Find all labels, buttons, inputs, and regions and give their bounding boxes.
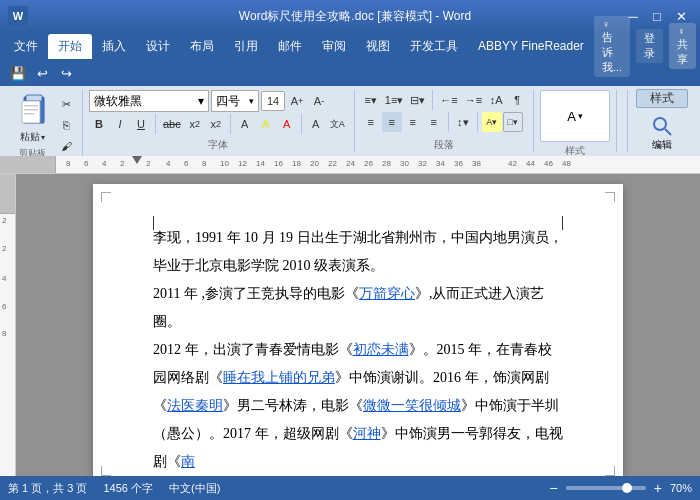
font-size-selector[interactable]: 四号 ▾ (211, 90, 259, 112)
styles-big-btn[interactable]: 样式 (636, 89, 688, 108)
justify-btn[interactable]: ≡ (424, 112, 444, 132)
undo-btn[interactable]: ↩ (32, 63, 52, 83)
font-color-btn[interactable]: A (277, 114, 297, 134)
document-content: 李现，1991 年 10 月 19 日出生于湖北省荆州市，中国内地男演员， 毕业… (153, 224, 563, 476)
svg-rect-3 (24, 105, 38, 107)
paragraph-1: 李现，1991 年 10 月 19 日出生于湖北省荆州市，中国内地男演员， (153, 224, 563, 252)
increase-indent-btn[interactable]: →≡ (462, 90, 485, 110)
underline-btn[interactable]: U (131, 114, 151, 134)
cursor-mark (153, 216, 154, 230)
language: 中文(中国) (169, 481, 220, 496)
font-grow-btn[interactable]: A+ (287, 91, 307, 111)
highlight-btn[interactable]: A (256, 114, 276, 134)
paste-label: 粘贴 (20, 130, 40, 144)
link-shuizai[interactable]: 睡在我上铺的兄弟 (223, 370, 335, 385)
strikethrough-btn[interactable]: abc (160, 114, 184, 134)
page-corner-br (605, 466, 615, 476)
menu-item-references[interactable]: 引用 (224, 34, 268, 59)
paragraph-2: 毕业于北京电影学院 2010 级表演系。 (153, 252, 563, 280)
edit-btn-label: 编辑 (652, 138, 672, 152)
show-hide-btn[interactable]: ¶ (507, 90, 527, 110)
document-page: 李现，1991 年 10 月 19 日出生于湖北省荆州市，中国内地男演员， 毕业… (93, 184, 623, 476)
save-btn[interactable]: 💾 (8, 63, 28, 83)
italic-btn[interactable]: I (110, 114, 130, 134)
status-left: 第 1 页，共 3 页 1456 个字 中文(中国) (8, 481, 220, 496)
svg-rect-5 (24, 113, 34, 115)
border-btn[interactable]: □▾ (503, 112, 523, 132)
superscript-btn[interactable]: x2 (206, 114, 226, 134)
bold-btn[interactable]: B (89, 114, 109, 134)
line-spacing-btn[interactable]: ↕▾ (453, 112, 473, 132)
zoom-slider[interactable] (566, 486, 646, 490)
page-corner-tr (605, 192, 615, 202)
menu-item-review[interactable]: 审阅 (312, 34, 356, 59)
align-center-btn[interactable]: ≡ (382, 112, 402, 132)
styles-btn-label: 样式 (650, 90, 674, 107)
text-effect-btn[interactable]: A (235, 114, 255, 134)
paste-icon (16, 93, 48, 129)
multi-level-list-btn[interactable]: ⊟▾ (407, 90, 428, 110)
find-edit-btn[interactable]: 编辑 (646, 112, 678, 154)
zoom-in-btn[interactable]: + (654, 480, 662, 496)
word-count: 1456 个字 (103, 481, 153, 496)
redo-btn[interactable]: ↪ (56, 63, 76, 83)
menu-item-mail[interactable]: 邮件 (268, 34, 312, 59)
cut-btn[interactable]: ✂ (56, 94, 76, 114)
shading-btn[interactable]: A▾ (482, 112, 502, 132)
statusbar: 第 1 页，共 3 页 1456 个字 中文(中国) − + 70% (0, 476, 700, 500)
link-nan[interactable]: 南 (181, 454, 195, 469)
svg-rect-1 (26, 95, 42, 101)
menu-item-view[interactable]: 视图 (356, 34, 400, 59)
status-right: − + 70% (550, 480, 692, 496)
link-fayiqinming[interactable]: 法医秦明 (167, 398, 223, 413)
link-weiweixiao[interactable]: 微微一笑很倾城 (363, 398, 461, 413)
link-wanjiancchuanxin[interactable]: 万箭穿心 (359, 286, 415, 301)
link-heshen[interactable]: 河神 (353, 426, 381, 441)
decrease-indent-btn[interactable]: ←≡ (437, 90, 460, 110)
char-spacing-btn[interactable]: A (306, 114, 326, 134)
font-shrink-btn[interactable]: A- (309, 91, 329, 111)
paragraph-3: 2011 年 ,参演了王竞执导的电影《万箭穿心》,从而正式进入演艺圈。 (153, 280, 563, 336)
sort-btn[interactable]: ↕A (486, 90, 506, 110)
subscript-btn[interactable]: x2 (185, 114, 205, 134)
tell-me-input[interactable]: ♀ 告诉我... (594, 16, 630, 77)
menu-item-home[interactable]: 开始 (48, 34, 92, 59)
menu-item-dev[interactable]: 开发工具 (400, 34, 468, 59)
number-list-btn[interactable]: 1≡▾ (382, 90, 407, 110)
menu-item-insert[interactable]: 插入 (92, 34, 136, 59)
paste-dropdown[interactable]: ▾ (41, 133, 45, 142)
page-count: 第 1 页，共 3 页 (8, 481, 87, 496)
copy-btn[interactable]: ⎘ (56, 115, 76, 135)
pinyin-btn[interactable]: 文A (327, 114, 348, 134)
svg-rect-4 (24, 109, 38, 111)
svg-line-7 (665, 129, 671, 135)
svg-rect-2 (22, 101, 40, 123)
menu-item-layout[interactable]: 布局 (180, 34, 224, 59)
para-section-label: 段落 (361, 138, 527, 152)
paragraph-4: 2012 年，出演了青春爱情电影《初恋未满》。2015 年，在青春校园网络剧《睡… (153, 336, 563, 476)
share-btn[interactable]: ♀ 共享 (669, 23, 696, 69)
styles-section: A ▾ 样式 (534, 90, 617, 152)
menu-item-file[interactable]: 文件 (4, 34, 48, 59)
format-painter-btn[interactable]: 🖌 (56, 136, 76, 156)
svg-point-6 (654, 118, 666, 130)
login-btn[interactable]: 登录 (636, 29, 663, 63)
align-right-btn[interactable]: ≡ (403, 112, 423, 132)
bullet-list-btn[interactable]: ≡▾ (361, 90, 381, 110)
clipboard-section: 粘贴 ▾ 剪贴板 ✂ ⎘ 🖌 (4, 90, 83, 160)
horizontal-ruler: 8 6 4 2 2 4 6 8 10 12 14 16 18 20 22 24 … (0, 156, 700, 174)
menubar: 文件 开始 插入 设计 布局 引用 邮件 审阅 视图 开发工具 ABBYY Fi… (0, 32, 700, 60)
styles-gallery[interactable]: A ▾ (540, 90, 610, 142)
zoom-out-btn[interactable]: − (550, 480, 558, 496)
zoom-level: 70% (670, 482, 692, 494)
align-left-btn[interactable]: ≡ (361, 112, 381, 132)
app-icon: W (8, 6, 28, 26)
font-size-num-box[interactable]: 14 (261, 91, 285, 111)
page-corner-tl (101, 192, 111, 202)
font-name-selector[interactable]: 微软雅黑 ▾ (89, 90, 209, 112)
paste-button[interactable]: 粘贴 ▾ (10, 90, 54, 146)
menu-item-design[interactable]: 设计 (136, 34, 180, 59)
font-section-label: 字体 (89, 138, 348, 152)
menu-item-abbyy[interactable]: ABBYY FineReader (468, 35, 594, 57)
link-chulian[interactable]: 初恋未满 (353, 342, 409, 357)
